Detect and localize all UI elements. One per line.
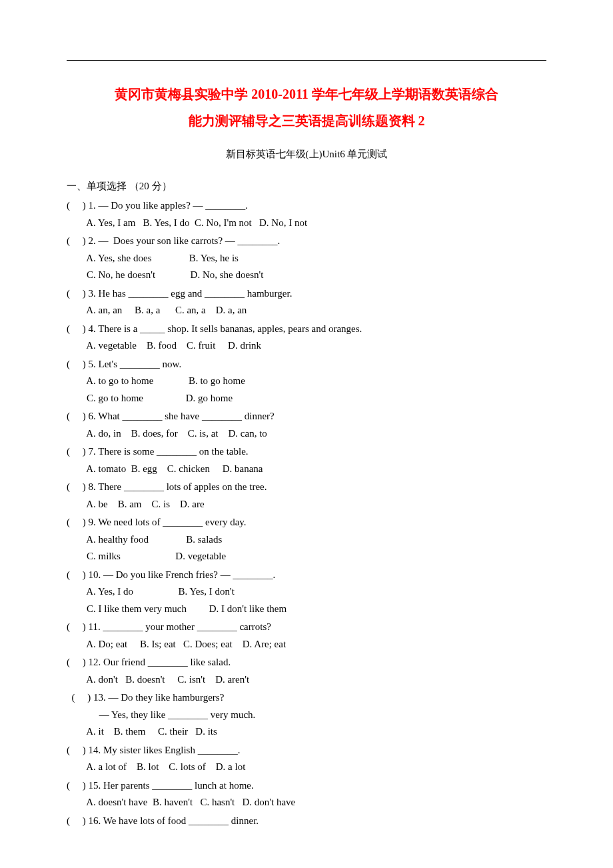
document-subtitle: 新目标英语七年级(上)Unit6 单元测试 bbox=[67, 146, 546, 163]
question-1: ( ) 1. — Do you like apples? — ________.… bbox=[67, 197, 546, 231]
question-options-line: A. Yes, I am B. Yes, I do C. No, I'm not… bbox=[67, 215, 546, 232]
question-stem: ( ) 9. We need lots of ________ every da… bbox=[67, 514, 546, 531]
question-stem: ( ) 4. There is a _____ shop. It sells b… bbox=[67, 321, 546, 338]
question-options-line: A. tomato B. egg C. chicken D. banana bbox=[67, 461, 546, 478]
title-line-2: 能力测评辅导之三英语提高训练题资料 2 bbox=[67, 107, 546, 134]
question-options-line: A. don't B. doesn't C. isn't D. aren't bbox=[67, 671, 546, 689]
question-stem: ( ) 14. My sister likes English ________… bbox=[67, 742, 546, 759]
question-options-line: A. healthy food B. salads bbox=[67, 531, 546, 549]
question-options-line: A. vegetable B. food C. fruit D. drink bbox=[67, 337, 546, 355]
title-line-1: 黄冈市黄梅县实验中学 2010-2011 学年七年级上学期语数英语综合 bbox=[67, 81, 546, 107]
question-options-line: A. be B. am C. is D. are bbox=[67, 496, 546, 513]
question-options-line: A. do, in B. does, for C. is, at D. can,… bbox=[67, 425, 546, 443]
section-1-header: 一、单项选择 （20 分） bbox=[67, 178, 546, 195]
question-stem: ( ) 12. Our friend ________ like salad. bbox=[67, 654, 546, 671]
question-stem-line-2: — Yes, they like ________ very much. bbox=[67, 707, 546, 724]
question-options-line: A. it B. them C. their D. its bbox=[67, 723, 546, 741]
question-3: ( ) 3. He has ________ egg and ________ … bbox=[67, 285, 546, 319]
question-9: ( ) 9. We need lots of ________ every da… bbox=[67, 514, 546, 565]
question-stem: ( ) 10. — Do you like French fries? — __… bbox=[67, 567, 546, 584]
question-11: ( ) 11. ________ your mother ________ ca… bbox=[67, 619, 546, 653]
question-options-line: C. milks D. vegetable bbox=[67, 548, 546, 565]
question-options-line: A. Yes, she does B. Yes, he is bbox=[67, 250, 546, 267]
question-stem: ( ) 13. — Do they like hamburgers? bbox=[67, 689, 546, 707]
question-options-line: A. Do; eat B. Is; eat C. Does; eat D. Ar… bbox=[67, 636, 546, 653]
question-12: ( ) 12. Our friend ________ like salad. … bbox=[67, 654, 546, 688]
question-stem: ( ) 3. He has ________ egg and ________ … bbox=[67, 285, 546, 303]
question-options-line: A. doesn't have B. haven't C. hasn't D. … bbox=[67, 794, 546, 811]
top-rule bbox=[67, 60, 546, 61]
question-14: ( ) 14. My sister likes English ________… bbox=[67, 742, 546, 776]
question-6: ( ) 6. What ________ she have ________ d… bbox=[67, 408, 546, 442]
question-stem: ( ) 15. Her parents ________ lunch at ho… bbox=[67, 777, 546, 795]
question-stem: ( ) 11. ________ your mother ________ ca… bbox=[67, 619, 546, 636]
question-options-line: A. Yes, I do B. Yes, I don't bbox=[67, 583, 546, 601]
question-stem: ( ) 16. We have lots of food ________ di… bbox=[67, 813, 546, 830]
questions-list: ( ) 1. — Do you like apples? — ________.… bbox=[67, 197, 546, 829]
question-8: ( ) 8. There ________ lots of apples on … bbox=[67, 479, 546, 513]
question-10: ( ) 10. — Do you like French fries? — __… bbox=[67, 567, 546, 618]
question-options-line: C. No, he doesn't D. No, she doesn't bbox=[67, 267, 546, 284]
question-stem: ( ) 2. — Does your son like carrots? — _… bbox=[67, 233, 546, 250]
question-options-line: C. go to home D. go home bbox=[67, 390, 546, 407]
question-4: ( ) 4. There is a _____ shop. It sells b… bbox=[67, 321, 546, 355]
question-stem: ( ) 5. Let's ________ now. bbox=[67, 356, 546, 373]
question-13: ( ) 13. — Do they like hamburgers? — Yes… bbox=[67, 689, 546, 741]
document-title: 黄冈市黄梅县实验中学 2010-2011 学年七年级上学期语数英语综合 能力测评… bbox=[67, 81, 546, 134]
question-16: ( ) 16. We have lots of food ________ di… bbox=[67, 813, 546, 830]
question-stem: ( ) 8. There ________ lots of apples on … bbox=[67, 479, 546, 496]
question-15: ( ) 15. Her parents ________ lunch at ho… bbox=[67, 777, 546, 811]
question-7: ( ) 7. There is some ________ on the tab… bbox=[67, 443, 546, 477]
question-options-line: A. to go to home B. to go home bbox=[67, 373, 546, 390]
question-options-line: A. an, an B. a, a C. an, a D. a, an bbox=[67, 302, 546, 319]
question-options-line: A. a lot of B. lot C. lots of D. a lot bbox=[67, 759, 546, 776]
question-stem: ( ) 6. What ________ she have ________ d… bbox=[67, 408, 546, 425]
question-2: ( ) 2. — Does your son like carrots? — _… bbox=[67, 233, 546, 284]
question-5: ( ) 5. Let's ________ now. A. to go to h… bbox=[67, 356, 546, 407]
question-options-line: C. I like them very much D. I don't like… bbox=[67, 601, 546, 618]
question-stem: ( ) 7. There is some ________ on the tab… bbox=[67, 443, 546, 461]
question-stem: ( ) 1. — Do you like apples? — ________. bbox=[67, 197, 546, 215]
